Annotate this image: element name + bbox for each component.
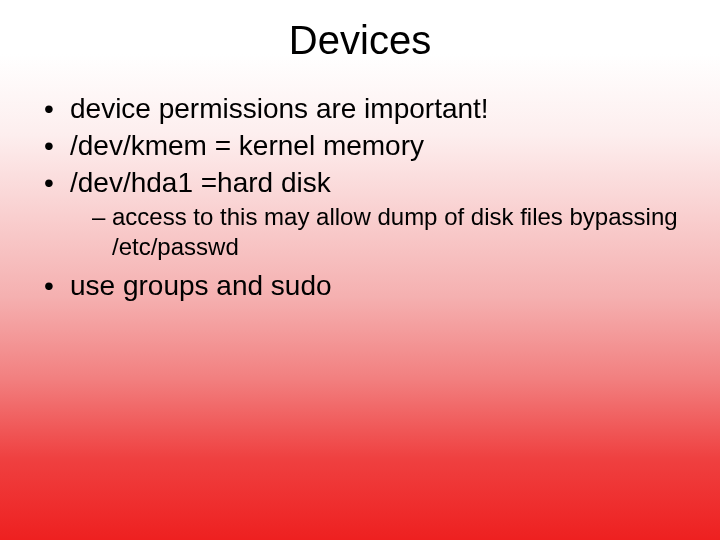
sub-bullet-list: access to this may allow dump of disk fi… — [70, 202, 690, 262]
list-item: /dev/kmem = kernel memory — [42, 128, 690, 163]
list-item: use groups and sudo — [42, 268, 690, 303]
bullet-text: access to this may allow dump of disk fi… — [112, 203, 678, 260]
bullet-text: device permissions are important! — [70, 93, 489, 124]
list-item: access to this may allow dump of disk fi… — [92, 202, 690, 262]
slide-title: Devices — [30, 18, 690, 63]
bullet-list: device permissions are important! /dev/k… — [30, 91, 690, 303]
bullet-text: /dev/hda1 =hard disk — [70, 167, 331, 198]
list-item: device permissions are important! — [42, 91, 690, 126]
slide: Devices device permissions are important… — [0, 0, 720, 540]
list-item: /dev/hda1 =hard disk access to this may … — [42, 165, 690, 262]
bullet-text: use groups and sudo — [70, 270, 332, 301]
bullet-text: /dev/kmem = kernel memory — [70, 130, 424, 161]
